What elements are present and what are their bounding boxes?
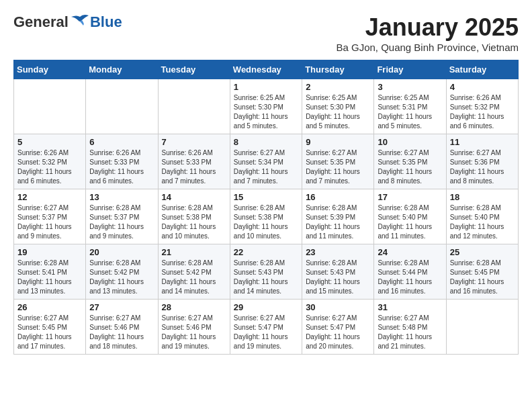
day-number: 1 [234,82,298,92]
calendar-cell: 18Sunrise: 6:28 AM Sunset: 5:40 PM Dayli… [446,189,518,244]
day-number: 4 [450,82,515,92]
day-info: Sunrise: 6:26 AM Sunset: 5:32 PM Dayligh… [450,93,515,131]
calendar-week-2: 5Sunrise: 6:26 AM Sunset: 5:32 PM Daylig… [14,134,519,189]
calendar-cell: 24Sunrise: 6:28 AM Sunset: 5:44 PM Dayli… [374,244,446,300]
weekday-tuesday: Tuesday [158,60,230,79]
calendar-table: SundayMondayTuesdayWednesdayThursdayFrid… [13,60,519,355]
calendar-cell: 5Sunrise: 6:26 AM Sunset: 5:32 PM Daylig… [14,134,86,189]
day-number: 28 [162,302,226,312]
day-number: 27 [89,302,154,312]
day-info: Sunrise: 6:28 AM Sunset: 5:43 PM Dayligh… [234,259,298,296]
day-number: 25 [450,247,515,257]
calendar-cell: 10Sunrise: 6:27 AM Sunset: 5:35 PM Dayli… [374,134,446,189]
calendar-week-1: 1Sunrise: 6:25 AM Sunset: 5:30 PM Daylig… [14,79,519,134]
logo-blue-text: Blue [90,13,122,31]
day-info: Sunrise: 6:27 AM Sunset: 5:35 PM Dayligh… [306,148,370,186]
day-info: Sunrise: 6:28 AM Sunset: 5:39 PM Dayligh… [306,203,370,241]
calendar-week-3: 12Sunrise: 6:27 AM Sunset: 5:37 PM Dayli… [14,189,519,244]
day-number: 22 [234,247,298,257]
day-info: Sunrise: 6:28 AM Sunset: 5:42 PM Dayligh… [162,259,226,296]
calendar-cell: 23Sunrise: 6:28 AM Sunset: 5:43 PM Dayli… [302,244,374,300]
calendar-cell: 27Sunrise: 6:27 AM Sunset: 5:46 PM Dayli… [86,300,158,355]
day-number: 19 [17,247,82,257]
calendar-cell: 20Sunrise: 6:28 AM Sunset: 5:42 PM Dayli… [86,244,158,300]
day-info: Sunrise: 6:28 AM Sunset: 5:42 PM Dayligh… [89,259,154,296]
day-info: Sunrise: 6:28 AM Sunset: 5:41 PM Dayligh… [17,259,82,296]
day-number: 14 [162,192,226,202]
day-info: Sunrise: 6:27 AM Sunset: 5:34 PM Dayligh… [234,148,298,186]
day-info: Sunrise: 6:26 AM Sunset: 5:32 PM Dayligh… [17,148,82,186]
title-area: January 2025 Ba GJon, Quang Binh Provinc… [336,13,519,53]
day-number: 21 [162,247,226,257]
day-info: Sunrise: 6:25 AM Sunset: 5:30 PM Dayligh… [306,93,370,131]
calendar-cell: 19Sunrise: 6:28 AM Sunset: 5:41 PM Dayli… [14,244,86,300]
day-number: 11 [450,137,515,147]
logo-bird-icon [70,13,90,27]
day-number: 8 [234,137,298,147]
calendar-cell: 26Sunrise: 6:27 AM Sunset: 5:45 PM Dayli… [14,300,86,355]
day-info: Sunrise: 6:26 AM Sunset: 5:33 PM Dayligh… [162,148,226,186]
day-info: Sunrise: 6:27 AM Sunset: 5:47 PM Dayligh… [306,314,370,351]
calendar-cell: 22Sunrise: 6:28 AM Sunset: 5:43 PM Dayli… [230,244,302,300]
day-number: 12 [17,192,82,202]
location-title: Ba GJon, Quang Binh Province, Vietnam [336,42,519,53]
day-number: 23 [306,247,370,257]
day-info: Sunrise: 6:28 AM Sunset: 5:40 PM Dayligh… [378,203,442,241]
calendar-cell: 14Sunrise: 6:28 AM Sunset: 5:38 PM Dayli… [158,189,230,244]
day-number: 7 [162,137,226,147]
weekday-wednesday: Wednesday [230,60,302,79]
calendar-cell: 31Sunrise: 6:27 AM Sunset: 5:48 PM Dayli… [374,300,446,355]
calendar-cell: 8Sunrise: 6:27 AM Sunset: 5:34 PM Daylig… [230,134,302,189]
day-number: 16 [306,192,370,202]
weekday-thursday: Thursday [302,60,374,79]
day-info: Sunrise: 6:28 AM Sunset: 5:40 PM Dayligh… [450,203,515,241]
calendar-cell [86,79,158,134]
calendar-cell: 12Sunrise: 6:27 AM Sunset: 5:37 PM Dayli… [14,189,86,244]
day-info: Sunrise: 6:28 AM Sunset: 5:38 PM Dayligh… [162,203,226,241]
calendar-cell [158,79,230,134]
calendar-cell: 30Sunrise: 6:27 AM Sunset: 5:47 PM Dayli… [302,300,374,355]
day-number: 15 [234,192,298,202]
day-number: 31 [378,302,442,312]
day-info: Sunrise: 6:27 AM Sunset: 5:35 PM Dayligh… [378,148,442,186]
calendar-cell: 17Sunrise: 6:28 AM Sunset: 5:40 PM Dayli… [374,189,446,244]
day-info: Sunrise: 6:28 AM Sunset: 5:45 PM Dayligh… [450,259,515,296]
calendar-cell: 4Sunrise: 6:26 AM Sunset: 5:32 PM Daylig… [446,79,518,134]
day-number: 2 [306,82,370,92]
logo: General Blue [13,13,122,31]
day-info: Sunrise: 6:27 AM Sunset: 5:46 PM Dayligh… [89,314,154,351]
calendar-cell: 9Sunrise: 6:27 AM Sunset: 5:35 PM Daylig… [302,134,374,189]
calendar-cell: 28Sunrise: 6:27 AM Sunset: 5:46 PM Dayli… [158,300,230,355]
calendar-cell [14,79,86,134]
calendar-cell: 21Sunrise: 6:28 AM Sunset: 5:42 PM Dayli… [158,244,230,300]
calendar-cell [446,300,518,355]
day-info: Sunrise: 6:25 AM Sunset: 5:31 PM Dayligh… [378,93,442,131]
weekday-header-row: SundayMondayTuesdayWednesdayThursdayFrid… [14,60,519,79]
day-number: 10 [378,137,442,147]
calendar-cell: 7Sunrise: 6:26 AM Sunset: 5:33 PM Daylig… [158,134,230,189]
day-number: 20 [89,247,154,257]
day-number: 9 [306,137,370,147]
weekday-saturday: Saturday [446,60,518,79]
calendar-cell: 15Sunrise: 6:28 AM Sunset: 5:38 PM Dayli… [230,189,302,244]
day-number: 30 [306,302,370,312]
day-info: Sunrise: 6:28 AM Sunset: 5:38 PM Dayligh… [234,203,298,241]
calendar-cell: 11Sunrise: 6:27 AM Sunset: 5:36 PM Dayli… [446,134,518,189]
calendar-cell: 6Sunrise: 6:26 AM Sunset: 5:33 PM Daylig… [86,134,158,189]
day-info: Sunrise: 6:27 AM Sunset: 5:45 PM Dayligh… [17,314,82,351]
day-info: Sunrise: 6:27 AM Sunset: 5:48 PM Dayligh… [378,314,442,351]
day-info: Sunrise: 6:28 AM Sunset: 5:43 PM Dayligh… [306,259,370,296]
day-number: 13 [89,192,154,202]
day-number: 18 [450,192,515,202]
calendar-cell: 13Sunrise: 6:28 AM Sunset: 5:37 PM Dayli… [86,189,158,244]
calendar-body: 1Sunrise: 6:25 AM Sunset: 5:30 PM Daylig… [14,79,519,355]
calendar-cell: 16Sunrise: 6:28 AM Sunset: 5:39 PM Dayli… [302,189,374,244]
day-number: 5 [17,137,82,147]
day-info: Sunrise: 6:28 AM Sunset: 5:37 PM Dayligh… [89,203,154,241]
day-info: Sunrise: 6:27 AM Sunset: 5:37 PM Dayligh… [17,203,82,241]
calendar-cell: 25Sunrise: 6:28 AM Sunset: 5:45 PM Dayli… [446,244,518,300]
calendar-cell: 3Sunrise: 6:25 AM Sunset: 5:31 PM Daylig… [374,79,446,134]
day-number: 17 [378,192,442,202]
weekday-sunday: Sunday [14,60,86,79]
day-info: Sunrise: 6:28 AM Sunset: 5:44 PM Dayligh… [378,259,442,296]
